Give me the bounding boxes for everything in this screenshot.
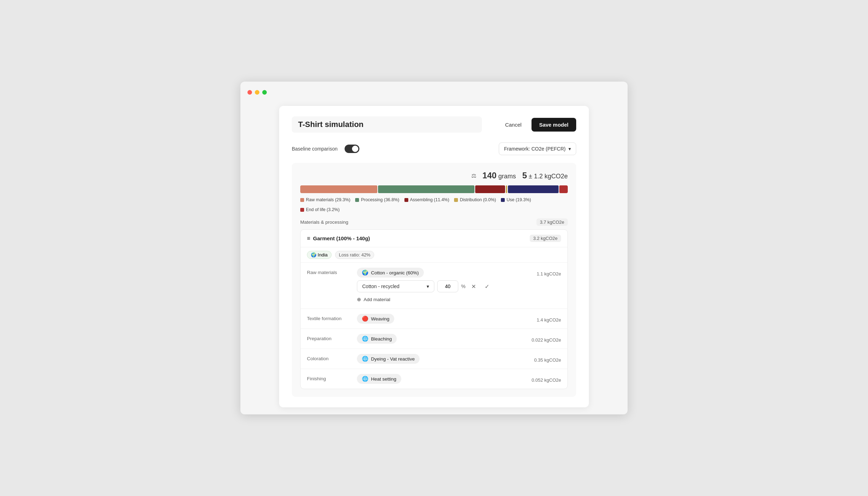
add-material-button[interactable]: ⊕ Add material (357, 295, 561, 304)
cancel-button[interactable]: Cancel (500, 118, 527, 131)
garment-title: ≡ Garment (100% - 140g) (307, 235, 370, 242)
legend-item: Processing (36.8%) (355, 197, 399, 202)
dyeing-value: 0.35 kgCO2e (529, 355, 561, 363)
legend-dot (454, 198, 458, 202)
legend-item: Raw materials (29.3%) (300, 197, 350, 202)
legend-dot (300, 198, 304, 202)
textile-formation-row: Textile formation 🔴 Weaving 1.4 kgCO2e (301, 309, 567, 329)
framework-label: Framework: CO2e (PEFCR) (504, 146, 566, 152)
weaving-label: Weaving (371, 316, 389, 322)
legend-label: Distribution (0.0%) (460, 197, 496, 202)
cotton-recycled-confirm-button[interactable]: ✓ (482, 281, 492, 292)
controls-row: Baseline comparison Framework: CO2e (PEF… (292, 142, 576, 155)
country-badge[interactable]: 🌍 India (307, 251, 332, 259)
globe-multi-icon: 🌍 (362, 269, 369, 276)
chart-legend: Raw materials (29.3%)Processing (36.8%)A… (300, 197, 568, 212)
dyeing-chip[interactable]: 🌐 Dyeing - Vat reactive (357, 354, 420, 364)
legend-label: End of life (3.2%) (306, 207, 340, 212)
legend-item: Use (19.3%) (501, 197, 531, 202)
loss-badge: Loss ratio: 42% (335, 251, 375, 259)
percent-symbol: % (461, 284, 465, 289)
simulation-title-input[interactable] (292, 116, 482, 133)
coloration-label: Coloration (307, 354, 353, 361)
globe-icon: 🌐 (362, 376, 369, 382)
cotton-recycled-label: Cotton - recycled (362, 284, 400, 289)
legend-label: Assembling (11.4%) (410, 197, 449, 202)
coloration-row: Coloration 🌐 Dyeing - Vat reactive 0.35 … (301, 349, 567, 369)
preparation-label: Preparation (307, 334, 353, 341)
cotton-recycled-percent-input[interactable] (437, 280, 458, 292)
garment-sub-header: 🌍 India Loss ratio: 42% (301, 247, 567, 263)
plus-circle-icon: ⊕ (357, 297, 361, 302)
bar-segment-end-of-life (559, 185, 568, 193)
bleaching-label: Bleaching (371, 336, 392, 342)
content-panel: ⚖ 140 grams 5 ± 1.2 kgCO2e Raw materials… (292, 163, 576, 397)
legend-dot (355, 198, 359, 202)
cotton-recycled-select[interactable]: Cotton - recycled ▾ (357, 280, 434, 292)
maximize-button[interactable] (262, 90, 267, 95)
select-chevron-icon: ▾ (427, 284, 429, 289)
legend-label: Use (19.3%) (507, 197, 531, 202)
finishing-label: Finishing (307, 374, 353, 381)
raw-materials-content: 🌍 Cotton - organic (60%) 1.1 kgCO2e Cott… (357, 268, 561, 304)
finishing-row: Finishing 🌐 Heat setting 0.052 kgCO2e (301, 369, 567, 389)
legend-label: Raw materials (29.3%) (306, 197, 350, 202)
bar-segment-use (508, 185, 559, 193)
modal: Cancel Save model Baseline comparison Fr… (279, 106, 589, 407)
save-model-button[interactable]: Save model (532, 118, 576, 132)
layers-icon: ≡ (307, 235, 310, 242)
globe-icon: 🌐 (362, 336, 369, 342)
legend-item: End of life (3.2%) (300, 207, 340, 212)
flag-icon: 🌍 India (311, 252, 328, 257)
raw-materials-label: Raw materials (307, 268, 353, 275)
legend-label: Processing (36.8%) (361, 197, 399, 202)
cotton-recycled-remove-button[interactable]: ✕ (468, 281, 479, 292)
red-dot-icon: 🔴 (362, 316, 369, 322)
bleaching-value: 0.022 kgCO2e (529, 335, 561, 343)
legend-item: Assembling (11.4%) (404, 197, 449, 202)
co2-display: 5 ± 1.2 kgCO2e (522, 171, 568, 180)
scale-icon: ⚖ (471, 172, 476, 179)
heat-setting-label: Heat setting (371, 376, 396, 382)
modal-header: Cancel Save model (292, 116, 576, 133)
garment-header-row: ≡ Garment (100% - 140g) 3.2 kgCO2e (301, 230, 567, 247)
dyeing-label: Dyeing - Vat reactive (371, 356, 415, 362)
weaving-chip[interactable]: 🔴 Weaving (357, 314, 394, 324)
legend-dot (501, 198, 505, 202)
legend-dot (404, 198, 408, 202)
textile-formation-content: 🔴 Weaving 1.4 kgCO2e (357, 314, 561, 324)
bar-segment-processing (378, 185, 475, 193)
globe-icon: 🌐 (362, 356, 369, 362)
cotton-organic-label: Cotton - organic (60%) (371, 270, 419, 275)
close-button[interactable] (247, 90, 252, 95)
textile-formation-label: Textile formation (307, 314, 353, 321)
weight-display: 140 grams (483, 171, 516, 180)
section-value: 3.7 kgCO2e (536, 218, 568, 226)
framework-dropdown[interactable]: Framework: CO2e (PEFCR) ▾ (499, 142, 576, 155)
heat-setting-value: 0.052 kgCO2e (529, 375, 561, 383)
coloration-content: 🌐 Dyeing - Vat reactive 0.35 kgCO2e (357, 354, 561, 364)
heat-setting-chip[interactable]: 🌐 Heat setting (357, 374, 401, 384)
titlebar (247, 89, 621, 96)
cotton-recycled-row: Cotton - recycled ▾ % ✕ ✓ (357, 280, 561, 292)
bar-segment-raw-materials (300, 185, 377, 193)
stacked-bar-chart (300, 185, 568, 193)
add-material-label: Add material (364, 297, 390, 302)
baseline-toggle[interactable] (345, 145, 359, 153)
bleaching-chip[interactable]: 🌐 Bleaching (357, 334, 397, 344)
baseline-label: Baseline comparison (292, 146, 338, 152)
minimize-button[interactable] (255, 90, 259, 95)
cotton-organic-chip[interactable]: 🌍 Cotton - organic (60%) (357, 268, 424, 278)
materials-card: ≡ Garment (100% - 140g) 3.2 kgCO2e 🌍 Ind… (300, 229, 568, 389)
weaving-value: 1.4 kgCO2e (529, 315, 561, 323)
modal-actions: Cancel Save model (500, 118, 576, 132)
finishing-content: 🌐 Heat setting 0.052 kgCO2e (357, 374, 561, 384)
legend-dot (300, 208, 304, 212)
garment-value: 3.2 kgCO2e (530, 235, 561, 242)
preparation-row: Preparation 🌐 Bleaching 0.022 kgCO2e (301, 329, 567, 349)
section-label: Materials & processing (300, 220, 348, 225)
app-window: Cancel Save model Baseline comparison Fr… (240, 82, 628, 414)
section-header: Materials & processing 3.7 kgCO2e (300, 218, 568, 226)
legend-item: Distribution (0.0%) (454, 197, 496, 202)
panel-summary: ⚖ 140 grams 5 ± 1.2 kgCO2e (300, 171, 568, 180)
